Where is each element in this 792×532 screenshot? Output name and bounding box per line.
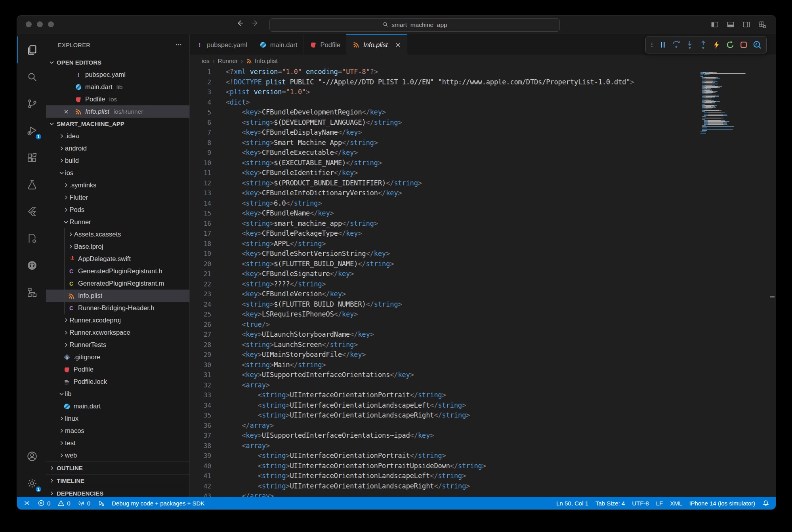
line-number[interactable]: 39: [190, 451, 211, 461]
zoom-window-button[interactable]: [48, 21, 54, 27]
status-flutter-device[interactable]: iPhone 14 (ios simulator): [689, 500, 755, 507]
tree-folder-runnertests[interactable]: RunnerTests: [46, 339, 189, 351]
tree-folder-web[interactable]: web: [46, 449, 189, 461]
activity-item-extensions[interactable]: [17, 144, 46, 171]
scrollbar-lane[interactable]: [761, 67, 776, 497]
tree-file-podfile[interactable]: Podfile: [46, 363, 189, 376]
line-number[interactable]: 8: [190, 138, 211, 148]
hot-reload-button[interactable]: [710, 38, 723, 51]
activity-item-debug[interactable]: 1: [17, 117, 46, 144]
tree-folder-android[interactable]: android: [46, 142, 189, 154]
activity-item-source-control[interactable]: [17, 90, 46, 117]
status-remote-indicator[interactable]: [23, 500, 31, 507]
line-number[interactable]: 35: [190, 410, 211, 421]
line-number[interactable]: 2: [190, 77, 211, 88]
gripper-button[interactable]: [648, 38, 656, 51]
panel-right-icon[interactable]: [742, 20, 751, 29]
status-debug-indicator[interactable]: [97, 500, 105, 507]
tab-pubspec-yaml[interactable]: !pubspec.yaml: [190, 34, 253, 55]
tree-folder-runner[interactable]: Runner: [46, 216, 189, 228]
tree-folder-assets-xcassets[interactable]: Assets.xcassets: [46, 228, 189, 240]
line-number[interactable]: 40: [190, 461, 211, 471]
status-notifications[interactable]: [762, 500, 769, 507]
line-number[interactable]: 31: [190, 370, 211, 380]
tree-folder--idea[interactable]: .idea: [46, 130, 189, 142]
open-editor-item[interactable]: main.dartlib: [46, 81, 189, 93]
close-icon[interactable]: [62, 108, 70, 115]
line-number[interactable]: 7: [190, 128, 211, 138]
back-arrow-icon[interactable]: [236, 19, 244, 29]
line-number[interactable]: 21: [190, 269, 211, 279]
line-number[interactable]: 42: [190, 481, 211, 492]
activity-item-settings-gear[interactable]: 1: [17, 470, 46, 497]
line-number[interactable]: 14: [190, 198, 211, 209]
activity-item-github[interactable]: [17, 252, 46, 279]
activity-item-files[interactable]: [17, 36, 46, 63]
line-number[interactable]: 26: [190, 320, 211, 330]
panel-left-icon[interactable]: [710, 20, 719, 29]
line-number[interactable]: 43: [190, 491, 211, 497]
panel-bottom-icon[interactable]: [726, 20, 735, 29]
line-number[interactable]: 28: [190, 340, 211, 350]
layout-icon[interactable]: [758, 20, 767, 29]
tab-podfile[interactable]: Podfile: [303, 34, 346, 55]
line-number[interactable]: 13: [190, 188, 211, 198]
activity-item-hierarchy[interactable]: [17, 279, 46, 306]
activity-item-project[interactable]: [17, 225, 46, 252]
line-number[interactable]: 41: [190, 471, 211, 481]
activity-item-search[interactable]: [17, 63, 46, 90]
close-icon[interactable]: [395, 42, 401, 48]
section-outline[interactable]: OUTLINE: [46, 461, 189, 474]
status-language-mode[interactable]: XML: [670, 500, 682, 507]
tree-folder-flutter[interactable]: Flutter: [46, 191, 189, 204]
tree-folder-macos[interactable]: macos: [46, 425, 189, 437]
tree-folder-runner-xcodeproj[interactable]: Runner.xcodeproj: [46, 314, 189, 326]
activity-item-flutter[interactable]: [17, 198, 46, 225]
tab-main-dart[interactable]: main.dart: [253, 34, 303, 55]
tree-folder--symlinks[interactable]: .symlinks: [46, 179, 189, 191]
step-into-button[interactable]: [683, 38, 697, 51]
more-actions-icon[interactable]: [175, 41, 182, 50]
line-number[interactable]: 37: [190, 431, 211, 441]
tab-info-plist[interactable]: Info.plist: [346, 34, 407, 55]
line-number[interactable]: 16: [190, 219, 211, 229]
tree-file-main-dart[interactable]: main.dart: [46, 400, 189, 412]
status-problems-warnings[interactable]: 0: [57, 500, 70, 507]
status-launch-configuration[interactable]: Debug my code + packages + SDK: [112, 500, 204, 507]
activity-item-testing[interactable]: [17, 171, 46, 198]
open-editor-item[interactable]: !pubspec.yaml: [46, 69, 189, 81]
stop-button[interactable]: [737, 38, 750, 51]
line-number[interactable]: 22: [190, 279, 211, 290]
line-number[interactable]: 32: [190, 380, 211, 391]
open-editor-item[interactable]: Info.plistios/Runner: [46, 105, 189, 118]
line-number[interactable]: 33: [190, 390, 211, 400]
inspector-button[interactable]: [750, 38, 764, 51]
line-number[interactable]: 12: [190, 178, 211, 189]
tree-folder-test[interactable]: test: [46, 437, 189, 449]
line-number[interactable]: 17: [190, 229, 211, 239]
breadcrumb-item[interactable]: Info.plist: [246, 57, 278, 65]
tree-file-info-plist[interactable]: Info.plist: [46, 290, 189, 302]
tree-folder-runner-xcworkspace[interactable]: Runner.xcworkspace: [46, 326, 189, 339]
line-number[interactable]: 6: [190, 118, 211, 128]
breadcrumb-item[interactable]: ios: [202, 57, 210, 65]
pause-button[interactable]: [656, 38, 670, 51]
line-number[interactable]: 9: [190, 148, 211, 158]
line-number[interactable]: 30: [190, 360, 211, 370]
close-window-button[interactable]: [26, 21, 32, 27]
tree-folder-build[interactable]: build: [46, 154, 189, 167]
breadcrumb-item[interactable]: Runner: [218, 57, 238, 65]
open-editor-item[interactable]: Podfileios: [46, 93, 189, 105]
line-number[interactable]: 25: [190, 309, 211, 320]
tree-file-podfile-lock[interactable]: Podfile.lock: [46, 376, 189, 388]
tree-folder-linux[interactable]: linux: [46, 412, 189, 425]
step-over-button[interactable]: [670, 38, 683, 51]
tree-file-runner-bridging-header-h[interactable]: CRunner-Bridging-Header.h: [46, 302, 189, 314]
line-number[interactable]: 20: [190, 259, 211, 269]
minimize-window-button[interactable]: [37, 21, 43, 27]
status-indentation[interactable]: Tab Size: 4: [595, 500, 625, 507]
open-editors-header[interactable]: OPEN EDITORS: [46, 56, 189, 69]
line-number[interactable]: 27: [190, 330, 211, 340]
command-center-search[interactable]: smart_machine_app: [269, 18, 560, 32]
line-number[interactable]: 4: [190, 97, 211, 108]
